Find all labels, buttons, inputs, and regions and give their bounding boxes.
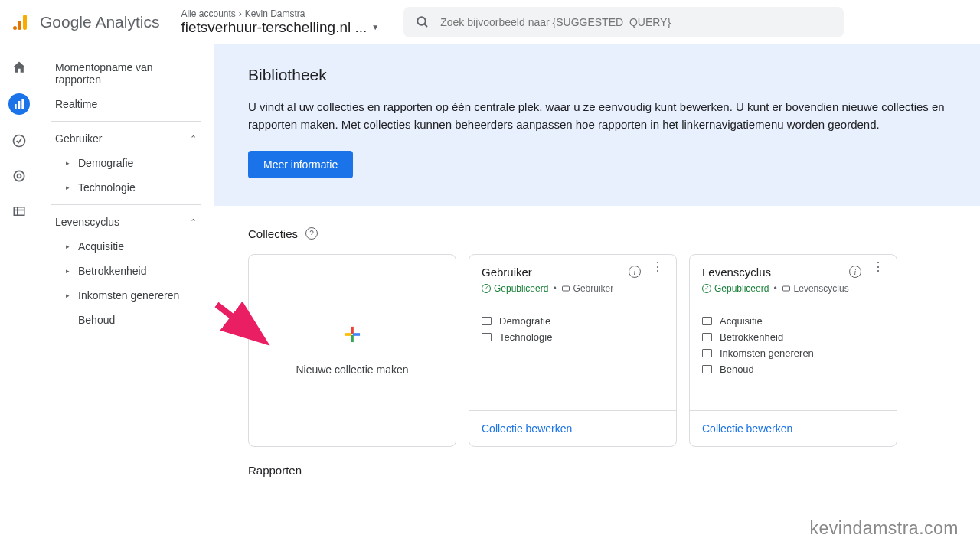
svg-point-9: [17, 174, 21, 178]
list-item: Betrokkenheid: [702, 329, 884, 345]
info-icon[interactable]: i: [849, 266, 861, 278]
section-label: Levenscyclus: [55, 216, 119, 228]
check-icon: ✓: [702, 284, 711, 293]
svg-rect-15: [351, 335, 354, 342]
breadcrumb-child: Kevin Damstra: [245, 8, 305, 19]
reports-heading: Rapporten: [248, 464, 946, 477]
tag-label: Levenscyclus: [782, 283, 849, 294]
sidebar-item-inkomsten[interactable]: ▸Inkomsten genereren: [38, 283, 214, 308]
svg-rect-18: [562, 286, 569, 291]
reports-icon[interactable]: [8, 93, 30, 115]
edit-collection-link[interactable]: Collectie bewerken: [702, 422, 792, 435]
breadcrumb-parent: Alle accounts: [181, 8, 235, 19]
info-banner: Bibliotheek U vindt al uw collecties en …: [214, 44, 980, 206]
svg-rect-17: [353, 333, 360, 336]
learn-more-button[interactable]: Meer informatie: [248, 151, 353, 178]
home-icon[interactable]: [10, 58, 28, 77]
main-content: Bibliotheek U vindt al uw collecties en …: [214, 44, 980, 551]
list-item: Acquisitie: [702, 313, 884, 329]
chevron-up-icon: ⌃: [190, 134, 197, 144]
collections-heading: Collecties ?: [248, 227, 946, 240]
folder-icon: [702, 333, 712, 341]
svg-rect-0: [23, 15, 27, 30]
folder-icon: [702, 365, 712, 373]
check-icon: ✓: [482, 284, 491, 293]
collection-cards: Nieuwe collectie maken Gebruiker i ⋮ ✓Ge…: [248, 254, 946, 447]
status-badge: ✓Gepubliceerd: [482, 283, 548, 294]
side-rail: [0, 44, 38, 551]
banner-description: U vindt al uw collecties en rapporten op…: [248, 98, 946, 134]
chevron-up-icon: ⌃: [190, 217, 197, 227]
sidebar-section-lifecycle[interactable]: Levenscyclus ⌃: [38, 210, 214, 234]
info-icon[interactable]: i: [629, 266, 641, 278]
svg-rect-1: [18, 21, 21, 30]
svg-point-3: [417, 17, 426, 25]
sidebar-section-user[interactable]: Gebruiker ⌃: [38, 126, 214, 151]
svg-rect-16: [345, 333, 351, 336]
app-header: Google Analytics Alle accounts › Kevin D…: [0, 0, 980, 44]
list-item: Demografie: [482, 313, 664, 329]
search-input[interactable]: [440, 16, 831, 28]
logo-area[interactable]: Google Analytics: [12, 13, 159, 31]
arrow-icon: ▸: [66, 243, 72, 250]
sidebar-item-snapshot[interactable]: Momentopname van rapporten: [38, 55, 214, 92]
svg-rect-14: [351, 327, 354, 334]
collection-card-gebruiker: Gebruiker i ⋮ ✓Gepubliceerd • Gebruiker: [469, 254, 677, 447]
explore-icon[interactable]: [10, 132, 28, 150]
advertising-icon[interactable]: [10, 167, 28, 185]
chevron-right-icon: ›: [239, 8, 242, 19]
arrow-icon: ▸: [66, 159, 72, 167]
new-collection-card[interactable]: Nieuwe collectie maken: [248, 254, 456, 447]
card-title: Gebruiker: [482, 266, 532, 279]
sidebar-item-behoud[interactable]: Behoud: [38, 308, 214, 332]
collection-card-levenscyclus: Levenscyclus i ⋮ ✓Gepubliceerd • Levensc…: [689, 254, 897, 447]
arrow-icon: ▸: [66, 267, 72, 275]
edit-collection-link[interactable]: Collectie bewerken: [482, 422, 572, 435]
svg-rect-7: [21, 99, 24, 109]
kebab-icon[interactable]: ⋮: [652, 266, 664, 278]
svg-rect-5: [15, 104, 17, 109]
status-badge: ✓Gepubliceerd: [702, 283, 769, 294]
sidebar-item-betrokkenheid[interactable]: ▸Betrokkenheid: [38, 259, 214, 283]
divider: [51, 121, 201, 122]
report-sidebar: Momentopname van rapporten Realtime Gebr…: [38, 44, 214, 551]
page-title: Bibliotheek: [248, 66, 946, 84]
list-item: Behoud: [702, 361, 884, 377]
list-item: Inkomsten genereren: [702, 345, 884, 361]
new-collection-label: Nieuwe collectie maken: [296, 364, 408, 376]
list-item: Technologie: [482, 329, 664, 345]
dropdown-icon: ▼: [371, 23, 379, 31]
search-box[interactable]: [403, 7, 844, 37]
product-name: Google Analytics: [40, 13, 159, 31]
card-title: Levenscyclus: [702, 266, 771, 279]
folder-icon: [482, 317, 492, 325]
arrow-icon: ▸: [66, 292, 72, 299]
property-label: fietsverhuur-terschelling.nl ...: [181, 19, 367, 36]
svg-line-4: [424, 24, 427, 27]
section-label: Gebruiker: [55, 132, 102, 145]
svg-point-10: [14, 171, 24, 181]
svg-rect-6: [18, 101, 20, 109]
plus-icon: [344, 324, 361, 348]
arrow-icon: ▸: [66, 184, 72, 191]
divider: [51, 204, 201, 205]
watermark: kevindamstra.com: [809, 518, 959, 539]
folder-icon: [702, 349, 712, 357]
search-icon: [416, 15, 430, 29]
tag-label: Gebruiker: [561, 283, 614, 294]
folder-icon: [702, 317, 712, 325]
sidebar-item-demografie[interactable]: ▸Demografie: [38, 151, 214, 175]
configure-icon[interactable]: [10, 202, 28, 220]
help-icon[interactable]: ?: [305, 227, 318, 240]
svg-rect-11: [14, 207, 24, 216]
svg-point-2: [13, 26, 17, 30]
breadcrumb: Alle accounts › Kevin Damstra: [181, 8, 379, 19]
svg-rect-19: [782, 286, 789, 291]
folder-icon: [482, 333, 492, 341]
sidebar-item-realtime[interactable]: Realtime: [38, 92, 214, 116]
kebab-icon[interactable]: ⋮: [872, 266, 884, 278]
property-selector[interactable]: Alle accounts › Kevin Damstra fietsverhu…: [181, 8, 379, 36]
sidebar-item-technologie[interactable]: ▸Technologie: [38, 175, 214, 200]
sidebar-item-acquisitie[interactable]: ▸Acquisitie: [38, 234, 214, 259]
analytics-logo-icon: [12, 13, 31, 31]
